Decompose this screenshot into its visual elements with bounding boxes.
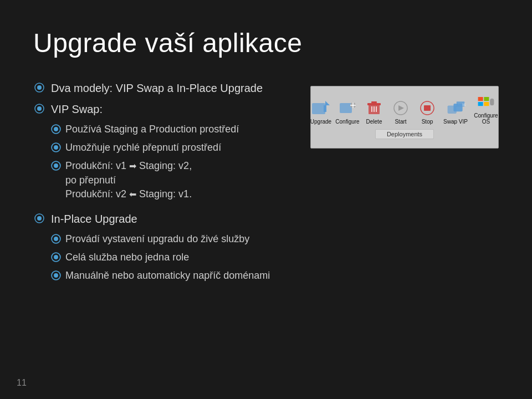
page-number: 11 xyxy=(17,378,27,388)
upgrade-label: Upgrade xyxy=(310,119,331,125)
upgrade-icon xyxy=(311,99,331,117)
swap-icon: 70.102... xyxy=(446,99,466,117)
svg-rect-27 xyxy=(371,101,377,103)
svg-rect-20 xyxy=(324,105,326,112)
bullet-icon-3 xyxy=(33,212,45,224)
bullet-dva-modely-text: Dva modely: VIP Swap a In-Place Upgrade xyxy=(51,80,263,96)
sub-bullet-manualne: Manuálně nebo automaticky napříč doménam… xyxy=(51,269,294,283)
svg-point-13 xyxy=(54,237,58,241)
delete-label: Delete xyxy=(366,119,382,125)
bullet-dva-modely: Dva modely: VIP Swap a In-Place Upgrade xyxy=(33,80,294,96)
stop-icon xyxy=(417,99,437,117)
svg-marker-19 xyxy=(325,101,330,105)
svg-rect-34 xyxy=(424,105,431,111)
configure-os-label: Configure OS xyxy=(472,112,500,125)
svg-rect-41 xyxy=(478,102,483,106)
svg-point-7 xyxy=(54,145,58,150)
toolbar-row: Upgrade Configure xyxy=(309,93,500,125)
toolbar-btn-upgrade: Upgrade xyxy=(309,99,333,125)
sub-bullet-cela-text: Celá služba nebo jedna role xyxy=(65,250,189,264)
stop-label: Stop xyxy=(422,119,433,125)
svg-marker-32 xyxy=(398,105,404,111)
bullet-icon-2 xyxy=(33,103,45,115)
sub-bullet-umoznuje-text: Umožňuje rychlé přepnutí prostředí xyxy=(65,141,221,155)
svg-point-17 xyxy=(54,273,58,278)
toolbar-btn-delete: Delete xyxy=(362,99,386,125)
vip-swap-subbullets: Používá Staging a Production prostředí U… xyxy=(51,122,294,206)
slide-container: Upgrade vaší aplikace Dva modely: VIP Sw… xyxy=(0,0,532,399)
svg-point-1 xyxy=(37,85,42,90)
slide-title: Upgrade vaší aplikace xyxy=(33,28,499,58)
start-icon xyxy=(391,99,411,117)
screenshot-box: Upgrade Configure xyxy=(310,86,499,149)
toolbar-btn-start: Start xyxy=(388,99,413,125)
bullet-vip-swap-text: VIP Swap: xyxy=(51,101,103,117)
configure-os-icon xyxy=(476,93,496,111)
toolbar-btn-configure-os: Configure OS xyxy=(472,93,500,125)
svg-point-5 xyxy=(54,127,58,131)
sub-bullet-pouziva: Používá Staging a Production prostředí xyxy=(51,122,294,136)
toolbar-btn-swap: 70.102... Swap VIP xyxy=(442,99,469,125)
toolbar-btn-configure: Configure xyxy=(335,99,360,125)
svg-point-9 xyxy=(54,163,58,168)
bullet-inplace-text: In-Place Upgrade xyxy=(51,211,137,227)
sub-bullet-icon-3 xyxy=(51,161,61,171)
left-column: Dva modely: VIP Swap a In-Place Upgrade … xyxy=(33,80,294,377)
sub-bullet-icon-5 xyxy=(51,252,61,262)
svg-rect-21 xyxy=(340,103,352,113)
sub-bullet-icon-2 xyxy=(51,142,61,152)
content-area: Dva modely: VIP Swap a In-Place Upgrade … xyxy=(33,80,499,377)
svg-rect-26 xyxy=(367,103,381,105)
sub-bullet-icon-6 xyxy=(51,270,61,280)
sub-bullet-manualne-text: Manuálně nebo automaticky napříč doménam… xyxy=(65,269,270,283)
sub-bullet-icon-4 xyxy=(51,234,61,244)
bullet-icon-1 xyxy=(33,81,45,94)
svg-point-15 xyxy=(54,255,58,259)
sub-bullet-umoznuje: Umožňuje rychlé přepnutí prostředí xyxy=(51,141,294,155)
svg-rect-40 xyxy=(484,97,489,101)
right-column: Upgrade Configure xyxy=(310,80,499,377)
sub-bullet-provadi-text: Provádí vystavení upgradu do živé služby xyxy=(65,232,249,246)
swap-label: Swap VIP xyxy=(443,119,468,125)
sub-bullet-produkce-text: Produkční: v1 ➡ Staging: v2, po přepnutí… xyxy=(65,159,192,201)
deployments-label: Deployments xyxy=(375,129,434,139)
svg-point-11 xyxy=(37,216,42,221)
svg-point-3 xyxy=(37,106,42,111)
configure-label: Configure xyxy=(335,119,359,125)
configure-icon xyxy=(337,99,357,117)
start-label: Start xyxy=(395,119,406,125)
toolbar-btn-stop: Stop xyxy=(415,99,439,125)
delete-icon xyxy=(364,99,384,117)
sub-bullet-produkce: Produkční: v1 ➡ Staging: v2, po přepnutí… xyxy=(51,159,294,201)
bullet-vip-swap: VIP Swap: xyxy=(33,101,294,117)
sub-bullet-icon-1 xyxy=(51,124,61,134)
sub-bullet-pouziva-text: Používá Staging a Production prostředí xyxy=(65,122,239,136)
sub-bullet-cela: Celá služba nebo jedna role xyxy=(51,250,294,264)
sub-bullet-provadi: Provádí vystavení upgradu do živé služby xyxy=(51,232,294,246)
bullet-inplace: In-Place Upgrade xyxy=(33,211,294,227)
svg-rect-18 xyxy=(312,103,325,114)
svg-rect-42 xyxy=(484,102,489,106)
svg-rect-39 xyxy=(478,97,483,101)
inplace-subbullets: Provádí vystavení upgradu do živé služby… xyxy=(51,232,294,288)
svg-rect-43 xyxy=(490,99,494,106)
svg-rect-38 xyxy=(453,104,462,111)
